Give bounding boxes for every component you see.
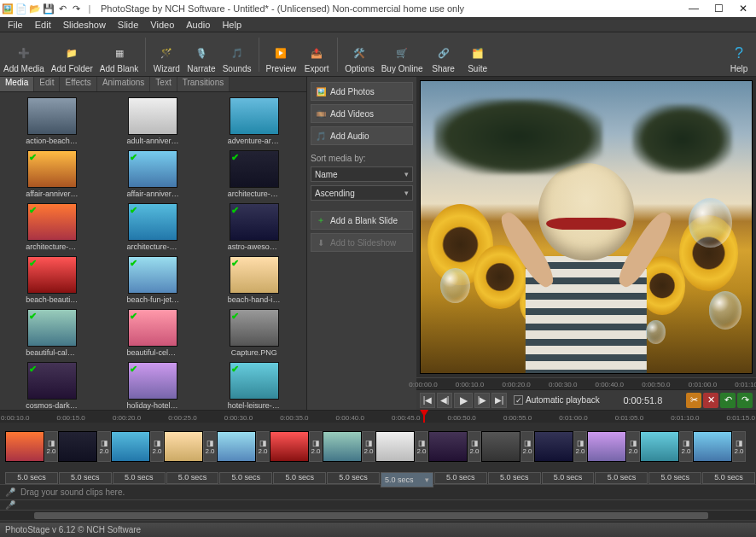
media-thumb[interactable]: ✔ — [27, 150, 77, 188]
help-button[interactable]: ?Help — [722, 34, 756, 75]
undo-button[interactable]: ↶ — [720, 393, 736, 408]
share-button[interactable]: 🔗Share — [427, 34, 461, 75]
transition-marker[interactable]: ◨2.0 — [203, 431, 217, 462]
options-button[interactable]: 🛠️Options — [341, 34, 377, 75]
sort-order-select[interactable]: Ascending — [311, 185, 413, 201]
export-button[interactable]: 📤Export — [299, 34, 334, 75]
media-item[interactable]: ✔beach-hand-ice-cr... — [206, 256, 303, 304]
transition-marker[interactable]: ◨2.0 — [256, 431, 270, 462]
media-item[interactable]: ✔cosmos-dark-eveni... — [3, 362, 101, 410]
clip-thumb[interactable] — [270, 431, 309, 462]
first-frame-button[interactable]: |◀ — [420, 393, 435, 408]
clip-thumb[interactable] — [217, 431, 256, 462]
cut-button[interactable]: ✂ — [686, 393, 701, 408]
add-blank-slide-button[interactable]: ＋Add a Blank Slide — [311, 211, 413, 230]
timeline-clip[interactable]: ◨2.0 — [58, 426, 111, 467]
media-item[interactable]: ✔beach-fun-jet-ski-... — [104, 256, 201, 304]
timeline-ruler[interactable]: 0:00:10.00:00:15.00:00:20.00:00:25.00:00… — [0, 411, 756, 423]
clip-thumb[interactable] — [481, 431, 520, 462]
clip-thumb[interactable] — [587, 431, 626, 462]
timeline-clip[interactable]: ◨2.0 — [428, 426, 481, 467]
media-item[interactable]: ✔architecture-ballo... — [206, 150, 303, 198]
preview-button[interactable]: ▶️Preview — [263, 34, 300, 75]
transition-marker[interactable]: ◨2.0 — [573, 431, 587, 462]
last-frame-button[interactable]: ▶| — [491, 393, 507, 408]
transition-marker[interactable]: ◨2.0 — [626, 431, 640, 462]
tab-edit[interactable]: Edit — [34, 77, 60, 91]
timeline-scrollbar[interactable] — [0, 510, 756, 520]
tab-animations[interactable]: Animations — [97, 77, 150, 91]
maximize-button[interactable]: ☐ — [714, 3, 724, 15]
clip-duration[interactable]: 5.0 secs — [273, 472, 326, 484]
save-icon[interactable]: 💾 — [43, 3, 55, 15]
media-item[interactable]: ✔beautiful-celebrati... — [104, 309, 201, 357]
media-thumb[interactable]: ✔ — [230, 203, 279, 241]
transition-marker[interactable]: ◨2.0 — [415, 431, 428, 462]
clip-duration[interactable]: 5.0 secs — [327, 472, 380, 484]
clip-duration[interactable]: 5.0 secs — [219, 472, 272, 484]
transition-marker[interactable]: ◨2.0 — [362, 431, 375, 462]
clip-duration[interactable]: 5.0 secs — [595, 472, 648, 484]
media-thumb[interactable]: ✔ — [128, 203, 177, 241]
menu-file[interactable]: File — [3, 19, 27, 31]
timeline-clips[interactable]: ◨2.0◨2.0◨2.0◨2.0◨2.0◨2.0◨2.0◨2.0◨2.0◨2.0… — [0, 423, 756, 472]
clip-duration[interactable]: 5.0 secs — [381, 472, 433, 487]
media-thumb[interactable]: ✔ — [27, 309, 77, 347]
clip-duration[interactable]: 5.0 secs — [166, 472, 219, 484]
delete-button[interactable]: ✕ — [703, 393, 718, 408]
media-item[interactable]: ✔holiday-hotel-las-v... — [104, 362, 201, 410]
prev-frame-button[interactable]: ◀| — [437, 393, 452, 408]
clip-thumb[interactable] — [534, 431, 573, 462]
new-icon[interactable]: 📄 — [15, 3, 27, 15]
media-grid[interactable]: action-beach-care...adult-anniversary...… — [0, 92, 306, 410]
clip-duration[interactable]: 5.0 secs — [59, 472, 112, 484]
menu-video[interactable]: Video — [146, 19, 178, 31]
media-item[interactable]: ✔affair-anniversary... — [3, 150, 101, 198]
add-blank-button[interactable]: ▦Add Blank — [96, 34, 142, 75]
timeline-clip[interactable]: ◨2.0 — [481, 426, 534, 467]
transition-marker[interactable]: ◨2.0 — [44, 431, 58, 462]
timeline-clip[interactable]: ◨2.0 — [693, 426, 746, 467]
clip-duration[interactable]: 5.0 secs — [488, 472, 541, 484]
menu-slideshow[interactable]: Slideshow — [59, 19, 110, 31]
clip-thumb[interactable] — [164, 431, 203, 462]
add-folder-button[interactable]: 📁Add Folder — [48, 34, 96, 75]
add-media-button[interactable]: ➕Add Media — [0, 34, 48, 75]
narrate-button[interactable]: 🎙️Narrate — [183, 34, 218, 75]
clip-thumb[interactable] — [323, 431, 362, 462]
clip-duration[interactable]: 5.0 secs — [702, 472, 755, 484]
transition-marker[interactable]: ◨2.0 — [97, 431, 111, 462]
scrollbar-thumb[interactable] — [34, 512, 708, 519]
clip-thumb[interactable] — [5, 431, 44, 462]
sort-by-select[interactable]: Name — [311, 166, 413, 182]
clip-thumb[interactable] — [111, 431, 150, 462]
media-item[interactable]: ✔architecture-barg... — [3, 203, 101, 251]
timeline-clip[interactable]: ◨2.0 — [111, 426, 164, 467]
media-thumb[interactable]: ✔ — [27, 203, 77, 241]
sounds-button[interactable]: 🎵Sounds — [219, 34, 255, 75]
audio-track-2[interactable]: 🎤 — [0, 499, 756, 510]
media-thumb[interactable]: ✔ — [128, 309, 177, 347]
timeline-clip[interactable]: ◨2.0 — [270, 426, 323, 467]
media-thumb[interactable]: ✔ — [27, 256, 77, 294]
clip-thumb[interactable] — [640, 431, 679, 462]
next-frame-button[interactable]: |▶ — [474, 393, 490, 408]
transition-marker[interactable]: ◨2.0 — [520, 431, 534, 462]
auto-playback-checkbox[interactable]: ✓ Automatic playback — [514, 395, 600, 405]
clip-duration[interactable]: 5.0 secs — [434, 472, 487, 484]
timeline-clip[interactable]: ◨2.0 — [323, 426, 375, 467]
playhead[interactable] — [423, 411, 425, 423]
tab-text[interactable]: Text — [150, 77, 177, 91]
clip-duration[interactable]: 5.0 secs — [5, 472, 58, 484]
suite-button[interactable]: 🗂️Suite — [461, 34, 495, 75]
menu-edit[interactable]: Edit — [31, 19, 55, 31]
transition-marker[interactable]: ◨2.0 — [468, 431, 481, 462]
play-button[interactable]: ▶ — [454, 393, 473, 408]
transition-marker[interactable]: ◨2.0 — [309, 431, 323, 462]
transition-marker[interactable]: ◨2.0 — [732, 431, 746, 462]
clip-thumb[interactable] — [693, 431, 732, 462]
clip-duration[interactable]: 5.0 secs — [113, 472, 166, 484]
media-thumb[interactable]: ✔ — [230, 150, 279, 188]
media-thumb[interactable] — [27, 97, 77, 135]
menu-help[interactable]: Help — [218, 19, 246, 31]
